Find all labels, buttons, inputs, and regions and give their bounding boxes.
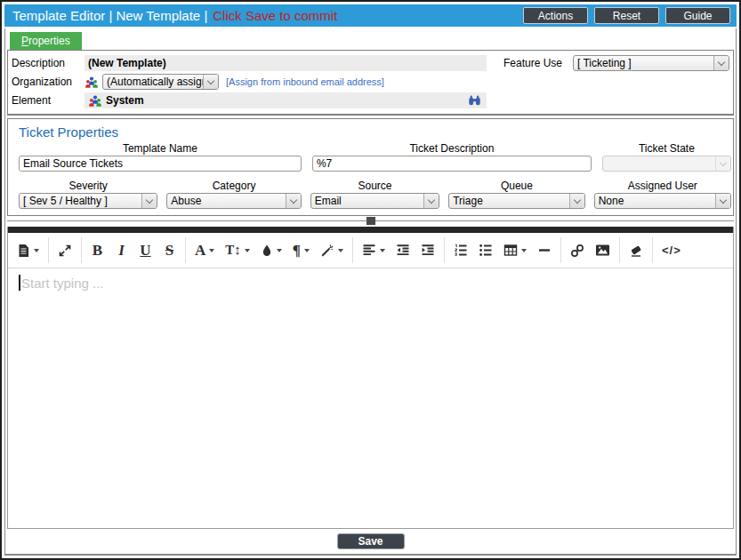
tab-properties[interactable]: Properties bbox=[10, 32, 82, 50]
reset-button[interactable]: Reset bbox=[594, 7, 659, 24]
tab-row: Properties bbox=[5, 28, 736, 50]
category-label: Category bbox=[166, 180, 301, 193]
paragraph-style-button[interactable] bbox=[315, 236, 349, 265]
chevron-down-icon bbox=[715, 194, 730, 208]
splitter bbox=[5, 216, 736, 227]
clear-formatting-button[interactable] bbox=[624, 236, 648, 265]
chevron-down-icon bbox=[286, 194, 301, 208]
severity-select[interactable]: [ Sev 5 / Healthy ] bbox=[19, 193, 157, 209]
chevron-down-icon bbox=[715, 156, 730, 171]
queue-group: Queue Triage bbox=[448, 180, 584, 209]
organization-label: Organization bbox=[12, 76, 85, 88]
editor-placeholder: Start typing ... bbox=[21, 276, 104, 291]
page-icon bbox=[17, 244, 30, 258]
ticket-state-label: Ticket State bbox=[602, 142, 731, 156]
ticket-description-group: Ticket Description bbox=[312, 142, 592, 172]
ticket-properties-panel: Ticket Properties Template Name Ticket D… bbox=[7, 118, 734, 216]
dropdown-caret-icon bbox=[380, 249, 385, 252]
editor-toolbar: B I U S A T↕ bbox=[8, 233, 733, 268]
description-value: (New Template) bbox=[85, 55, 487, 71]
insert-link-button[interactable] bbox=[565, 236, 590, 265]
indent-button[interactable] bbox=[415, 236, 440, 265]
unordered-list-icon bbox=[479, 244, 493, 257]
image-icon bbox=[595, 244, 610, 257]
binoculars-icon[interactable] bbox=[468, 94, 481, 107]
toolbar-separator bbox=[352, 237, 353, 263]
dropdown-caret-icon bbox=[521, 249, 527, 252]
horizontal-rule-button[interactable] bbox=[532, 236, 557, 265]
organization-row: Organization (Automatically assign) [Ass… bbox=[12, 73, 729, 91]
toolbar-separator bbox=[81, 237, 82, 263]
guide-button[interactable]: Guide bbox=[665, 7, 730, 24]
text-color-button[interactable] bbox=[255, 236, 287, 265]
element-label: Element bbox=[12, 94, 85, 107]
assign-from-email-link[interactable]: [Assign from inbound email address] bbox=[226, 76, 384, 87]
insert-template-button[interactable] bbox=[12, 236, 44, 265]
ordered-list-button[interactable] bbox=[448, 236, 473, 265]
feature-use-select[interactable]: [ Ticketing ] bbox=[573, 55, 729, 71]
underline-icon: U bbox=[140, 243, 150, 258]
outdent-button[interactable] bbox=[391, 236, 415, 265]
editor-content[interactable]: Start typing ... bbox=[8, 268, 733, 528]
font-family-button[interactable]: A bbox=[189, 236, 220, 265]
pilcrow-icon: ¶ bbox=[293, 243, 301, 258]
template-editor-window: Template Editor | New Template | Click S… bbox=[0, 0, 741, 560]
link-icon bbox=[570, 244, 584, 258]
insert-table-button[interactable] bbox=[498, 236, 532, 265]
category-group: Category Abuse bbox=[166, 180, 301, 209]
fullscreen-button[interactable] bbox=[52, 236, 77, 265]
assigned-user-select[interactable]: None bbox=[594, 193, 731, 209]
indent-icon bbox=[421, 244, 435, 257]
save-button[interactable]: Save bbox=[337, 533, 405, 549]
code-view-button[interactable]: </> bbox=[656, 236, 687, 265]
source-select[interactable]: Email bbox=[310, 193, 439, 209]
italic-icon: I bbox=[118, 243, 125, 258]
paragraph-format-button[interactable]: ¶ bbox=[287, 236, 315, 265]
section-heading: Ticket Properties bbox=[19, 124, 731, 140]
text-cursor bbox=[19, 275, 20, 291]
italic-button[interactable]: I bbox=[109, 236, 133, 265]
font-family-icon: A bbox=[195, 243, 205, 258]
code-icon: </> bbox=[662, 244, 681, 257]
bold-button[interactable]: B bbox=[85, 236, 109, 265]
expand-icon bbox=[58, 244, 72, 258]
insert-image-button[interactable] bbox=[590, 236, 616, 265]
underline-button[interactable]: U bbox=[133, 236, 157, 265]
titlebar: Template Editor | New Template | Click S… bbox=[4, 4, 737, 27]
titlebar-buttons: Actions Reset Guide bbox=[523, 7, 730, 24]
description-label: Description bbox=[12, 57, 85, 69]
unordered-list-button[interactable] bbox=[473, 236, 498, 265]
actions-button[interactable]: Actions bbox=[523, 7, 588, 24]
splitter-handle[interactable] bbox=[366, 217, 375, 225]
ticket-description-input[interactable] bbox=[312, 156, 592, 172]
font-size-button[interactable]: T↕ bbox=[220, 236, 255, 265]
align-button[interactable] bbox=[357, 236, 391, 265]
severity-group: Severity [ Sev 5 / Healthy ] bbox=[19, 180, 157, 209]
toolbar-separator bbox=[48, 237, 49, 263]
title-alert: Click Save to commit bbox=[213, 8, 337, 23]
ticket-description-label: Ticket Description bbox=[312, 142, 592, 156]
horizontal-rule-icon bbox=[537, 244, 552, 257]
align-left-icon bbox=[362, 244, 376, 257]
table-icon bbox=[503, 244, 518, 257]
dropdown-caret-icon bbox=[277, 249, 282, 252]
queue-select[interactable]: Triage bbox=[448, 193, 584, 209]
description-row: Description (New Template) Feature Use [… bbox=[12, 54, 729, 72]
element-icon bbox=[88, 94, 102, 108]
ticket-fields-row-1: Template Name Ticket Description Ticket … bbox=[10, 142, 731, 172]
ticket-state-select bbox=[602, 156, 731, 172]
dropdown-caret-icon bbox=[34, 249, 39, 252]
strikethrough-icon: S bbox=[165, 243, 173, 258]
toolbar-separator bbox=[619, 237, 620, 263]
element-value-field: System bbox=[85, 92, 487, 108]
ticket-fields-row-2: Severity [ Sev 5 / Healthy ] Category Ab… bbox=[10, 180, 731, 209]
footer: Save bbox=[5, 529, 736, 554]
template-name-input[interactable] bbox=[19, 156, 302, 172]
assigned-user-label: Assigned User bbox=[594, 180, 731, 193]
strikethrough-button[interactable]: S bbox=[157, 236, 181, 265]
category-select[interactable]: Abuse bbox=[166, 193, 301, 209]
dropdown-caret-icon bbox=[245, 249, 250, 252]
dropdown-caret-icon bbox=[304, 249, 310, 252]
properties-panel: Description (New Template) Feature Use [… bbox=[7, 50, 734, 116]
organization-select[interactable]: (Automatically assign) bbox=[102, 74, 219, 90]
